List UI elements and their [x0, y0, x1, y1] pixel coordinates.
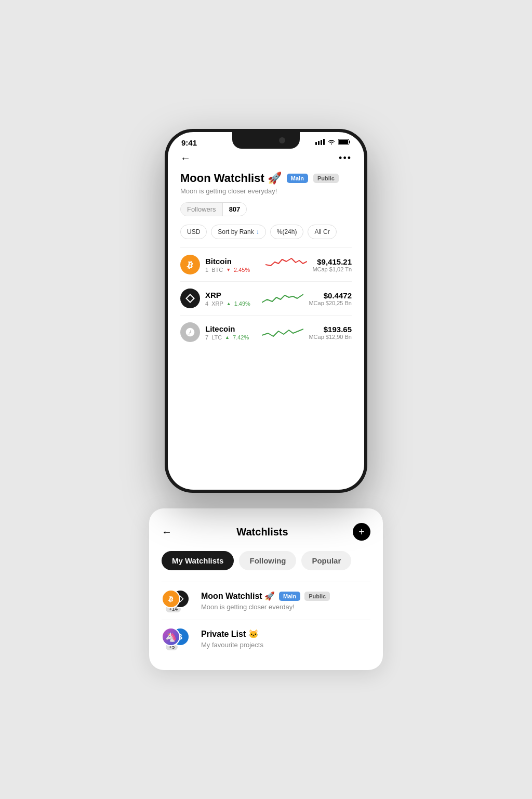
crypto-row-ltc[interactable]: Litecoin 7 LTC ▲ 7.42% — [180, 315, 352, 349]
watchlist-title-row: Moon Watchlist 🚀 Main Public — [180, 172, 352, 185]
phone-screen: 9:41 — [168, 132, 364, 490]
crypto-row-xrp[interactable]: XRP 4 XRP ▲ 1.49% $0. — [180, 281, 352, 315]
moon-title-row: Moon Watchlist 🚀 Main Public — [201, 591, 370, 601]
private-coin-stack: 🦄 $ +5 — [162, 627, 194, 650]
moon-item-info: Moon Watchlist 🚀 Main Public Moon is get… — [201, 591, 370, 611]
crypto-info-ltc: Litecoin 7 LTC ▲ 7.42% — [205, 324, 257, 340]
tab-popular[interactable]: Popular — [301, 551, 351, 570]
tab-row: My Watchlists Following Popular — [162, 551, 370, 570]
tab-my-watchlists[interactable]: My Watchlists — [162, 551, 234, 570]
filter-row: USD Sort by Rank ↓ %(24h) All Cr — [180, 225, 352, 239]
private-coin-1: 🦄 — [162, 627, 180, 646]
moon-coin-1 — [162, 590, 180, 608]
crypto-row-btc[interactable]: Bitcoin 1 BTC ▼ 2.45% — [180, 247, 352, 281]
xrp-chart — [262, 288, 303, 309]
battery-icon — [338, 139, 351, 147]
moon-item-title: Moon Watchlist 🚀 — [201, 591, 275, 601]
xrp-price: $0.4472 MCap $20,25 Bn — [309, 291, 352, 306]
badge-main: Main — [287, 174, 308, 183]
watchlist-subtitle: Moon is getting closer everyday! — [180, 187, 352, 195]
filter-sort[interactable]: Sort by Rank ↓ — [211, 225, 265, 239]
more-menu-button[interactable]: ••• — [339, 153, 352, 164]
btc-icon — [180, 255, 200, 274]
svg-rect-3 — [323, 139, 325, 145]
svg-rect-5 — [339, 140, 348, 144]
ltc-icon — [180, 322, 200, 342]
add-watchlist-button[interactable]: + — [353, 523, 370, 541]
svg-rect-0 — [315, 142, 317, 145]
svg-rect-6 — [349, 141, 350, 143]
btc-price: $9,415.21 MCap $1,02 Tn — [312, 257, 352, 272]
private-item-title: Private List 🐱 — [201, 629, 259, 639]
page-wrapper: 9:41 — [0, 0, 532, 799]
ltc-direction-icon: ▲ — [225, 335, 230, 340]
xrp-symbol: XRP — [211, 300, 223, 307]
notch — [232, 132, 300, 149]
followers-count: 807 — [222, 203, 247, 216]
ltc-rank: 7 — [205, 334, 208, 340]
sort-arrow-icon: ↓ — [256, 228, 259, 235]
svg-rect-1 — [318, 141, 320, 145]
status-icons — [315, 139, 351, 147]
phone-content: ← ••• Moon Watchlist 🚀 Main Public Moon … — [168, 147, 364, 359]
card-back-button[interactable]: ← — [162, 526, 172, 538]
filter-all[interactable]: All Cr — [308, 225, 336, 239]
private-item-info: Private List 🐱 My favourite projects — [201, 629, 370, 649]
card-header: ← Watchlists + — [162, 523, 370, 541]
ltc-price: $193.65 MCap $12,90 Bn — [309, 325, 352, 340]
back-button[interactable]: ← — [180, 152, 191, 164]
xrp-icon — [180, 289, 200, 308]
followers-label: Followers — [181, 203, 222, 216]
tab-following[interactable]: Following — [239, 551, 296, 570]
signal-icon — [315, 139, 325, 147]
card-title: Watchlists — [236, 526, 288, 538]
ltc-symbol: LTC — [211, 334, 222, 340]
crypto-info-xrp: XRP 4 XRP ▲ 1.49% — [205, 291, 257, 307]
watchlists-card: ← Watchlists + My Watchlists Following P… — [149, 508, 383, 670]
moon-coin-stack: +14 — [162, 590, 194, 612]
followers-pill[interactable]: Followers 807 — [180, 202, 247, 216]
xrp-pct: 1.49% — [234, 300, 250, 307]
wifi-icon — [327, 139, 336, 147]
btc-symbol: BTC — [211, 267, 223, 273]
moon-item-subtitle: Moon is getting closer everday! — [201, 603, 370, 611]
status-time: 9:41 — [181, 138, 197, 147]
phone-header: ← ••• — [180, 152, 352, 164]
xrp-direction-icon: ▲ — [227, 301, 231, 306]
private-item-subtitle: My favourite projects — [201, 641, 370, 649]
phone: 9:41 — [165, 129, 367, 493]
filter-pct[interactable]: %(24h) — [270, 225, 304, 239]
badge-public: Public — [313, 174, 339, 183]
svg-rect-2 — [321, 140, 322, 145]
btc-pct: 2.45% — [234, 267, 250, 273]
moon-badge-public: Public — [304, 592, 330, 601]
btc-rank: 1 — [205, 267, 208, 273]
private-title-row: Private List 🐱 — [201, 629, 370, 639]
btc-direction-icon: ▼ — [226, 267, 231, 272]
filter-usd[interactable]: USD — [180, 225, 207, 239]
ltc-pct: 7.42% — [233, 334, 249, 340]
btc-chart — [265, 254, 307, 275]
watchlist-title: Moon Watchlist 🚀 — [180, 172, 282, 185]
watchlist-item-private[interactable]: 🦄 $ +5 Private List 🐱 My favourite proje… — [162, 620, 370, 658]
crypto-info-btc: Bitcoin 1 BTC ▼ 2.45% — [205, 257, 260, 273]
xrp-rank: 4 — [205, 300, 208, 307]
watchlist-item-moon[interactable]: +14 Moon Watchlist 🚀 Main Public Moon is… — [162, 582, 370, 620]
moon-badge-main: Main — [279, 592, 300, 601]
ltc-chart — [262, 322, 303, 343]
